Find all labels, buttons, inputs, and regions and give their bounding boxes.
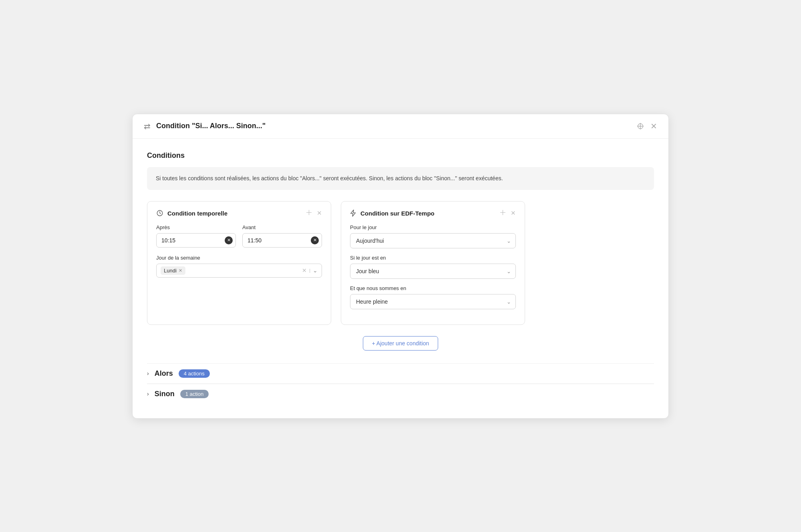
close-icon[interactable]: ✕ (650, 121, 657, 131)
apres-input-wrap: ✕ (156, 233, 236, 248)
edf-icon (350, 210, 356, 217)
accordion-alors: › Alors 4 actions (147, 363, 654, 383)
add-condition-button[interactable]: + Ajouter une condition (363, 336, 439, 351)
card-header-temporal: Condition temporelle ✕ (156, 210, 322, 217)
pour-le-jour-select-wrap: Aujourd'hui Demain ⌄ (350, 233, 516, 248)
apres-field: Après ✕ (156, 224, 236, 248)
chevron-alors: › (147, 370, 149, 377)
jour-label: Jour de la semaine (156, 255, 322, 261)
card-actions-edf: ✕ (500, 210, 516, 217)
apres-label: Après (156, 224, 236, 230)
move-card-icon-temporal[interactable] (306, 210, 312, 217)
pour-le-jour-label: Pour le jour (350, 224, 516, 230)
clear-avant-btn[interactable]: ✕ (311, 236, 319, 244)
tag-lundi: Lundi ✕ (161, 266, 185, 275)
add-condition-wrap: + Ajouter une condition (147, 336, 654, 351)
et-que-group: Et que nous sommes en Heure pleine Heure… (350, 285, 516, 309)
badge-alors: 4 actions (179, 369, 210, 378)
pour-le-jour-select[interactable]: Aujourd'hui Demain (350, 233, 516, 248)
info-box: Si toutes les conditions sont réalisées,… (147, 167, 654, 190)
card-title-edf: Condition sur EDF-Tempo (360, 210, 496, 217)
accordion-label-sinon: Sinon (155, 390, 175, 398)
si-le-jour-label: Si le jour est en (350, 255, 516, 261)
conditions-row: Condition temporelle ✕ Après (147, 201, 654, 325)
badge-sinon: 1 action (180, 390, 209, 398)
condition-card-edf: Condition sur EDF-Tempo ✕ Pour le jour (341, 201, 525, 325)
avant-label: Avant (242, 224, 322, 230)
accordion-label-alors: Alors (155, 369, 173, 378)
card-header-edf: Condition sur EDF-Tempo ✕ (350, 210, 516, 217)
si-le-jour-group: Si le jour est en Jour bleu Jour blanc J… (350, 255, 516, 279)
tag-input-wrap[interactable]: Lundi ✕ ✕ | ⌄ (156, 264, 322, 278)
accordion-row-sinon[interactable]: › Sinon 1 action (147, 390, 654, 398)
condition-card-temporal: Condition temporelle ✕ Après (147, 201, 331, 325)
tag-dropdown-icon[interactable]: ⌄ (313, 267, 318, 274)
condition-icon: ⇄ (144, 121, 151, 131)
modal-title: Condition "Si... Alors... Sinon..." (156, 122, 631, 130)
avant-input-wrap: ✕ (242, 233, 322, 248)
tag-label-lundi: Lundi (164, 268, 177, 274)
clear-apres-btn[interactable]: ✕ (225, 236, 233, 244)
jour-field-group: Jour de la semaine Lundi ✕ ✕ | ⌄ (156, 255, 322, 278)
tag-clear-icon[interactable]: ✕ (302, 267, 307, 274)
time-row: Après ✕ Avant ✕ (156, 224, 322, 248)
card-actions-temporal: ✕ (306, 210, 322, 217)
modal-header: ⇄ Condition "Si... Alors... Sinon..." ✕ (133, 114, 668, 139)
si-le-jour-select[interactable]: Jour bleu Jour blanc Jour rouge (350, 264, 516, 279)
et-que-label: Et que nous sommes en (350, 285, 516, 291)
move-icon[interactable] (637, 123, 644, 130)
chevron-sinon: › (147, 391, 149, 397)
header-actions: ✕ (637, 121, 657, 131)
et-que-select-wrap: Heure pleine Heure creuse ⌄ (350, 294, 516, 309)
apres-input[interactable] (156, 233, 236, 248)
modal-body: Conditions Si toutes les conditions sont… (133, 139, 668, 418)
et-que-select[interactable]: Heure pleine Heure creuse (350, 294, 516, 309)
si-le-jour-select-wrap: Jour bleu Jour blanc Jour rouge ⌄ (350, 264, 516, 279)
temporal-icon (156, 210, 163, 217)
move-card-icon-edf[interactable] (500, 210, 506, 217)
accordion-sinon: › Sinon 1 action (147, 384, 654, 404)
close-card-icon-temporal[interactable]: ✕ (317, 210, 322, 217)
avant-input[interactable] (242, 233, 322, 248)
card-title-temporal: Condition temporelle (167, 210, 302, 217)
conditions-title: Conditions (147, 151, 654, 160)
tag-remove-lundi[interactable]: ✕ (179, 268, 182, 273)
tag-input-actions: ✕ | ⌄ (302, 267, 318, 274)
modal: ⇄ Condition "Si... Alors... Sinon..." ✕ … (132, 114, 669, 419)
add-condition-label: + Ajouter une condition (372, 340, 429, 347)
avant-field: Avant ✕ (242, 224, 322, 248)
close-card-icon-edf[interactable]: ✕ (511, 210, 516, 217)
accordion-row-alors[interactable]: › Alors 4 actions (147, 369, 654, 378)
pour-le-jour-group: Pour le jour Aujourd'hui Demain ⌄ (350, 224, 516, 248)
